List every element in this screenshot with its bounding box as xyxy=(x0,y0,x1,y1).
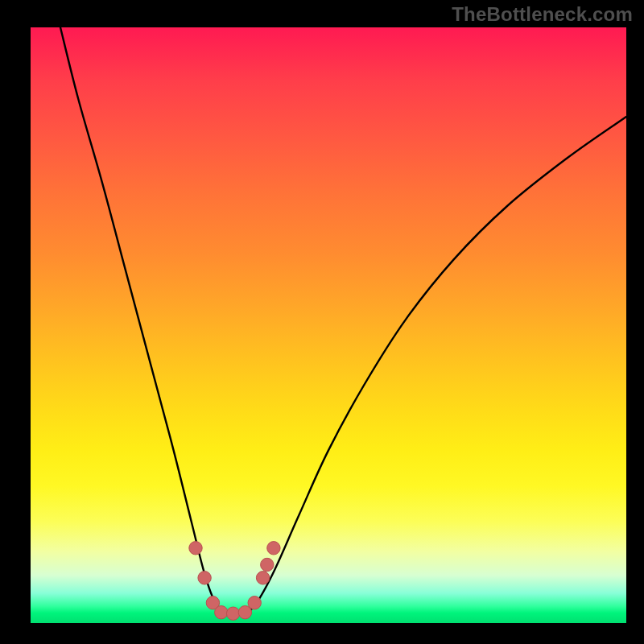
chart-frame: TheBottleneck.com xyxy=(0,0,644,644)
curve-marker xyxy=(198,572,211,584)
curve-marker xyxy=(226,607,239,620)
bottleneck-curve-svg xyxy=(31,27,626,623)
watermark-text: TheBottleneck.com xyxy=(452,3,633,26)
bottleneck-curve xyxy=(60,27,626,615)
curve-marker xyxy=(256,572,269,584)
plot-area xyxy=(31,27,626,623)
curve-marker xyxy=(215,606,228,619)
curve-markers xyxy=(189,542,280,621)
curve-marker xyxy=(267,542,280,555)
curve-marker xyxy=(261,558,274,571)
curve-marker xyxy=(248,597,261,609)
curve-marker xyxy=(189,542,202,555)
